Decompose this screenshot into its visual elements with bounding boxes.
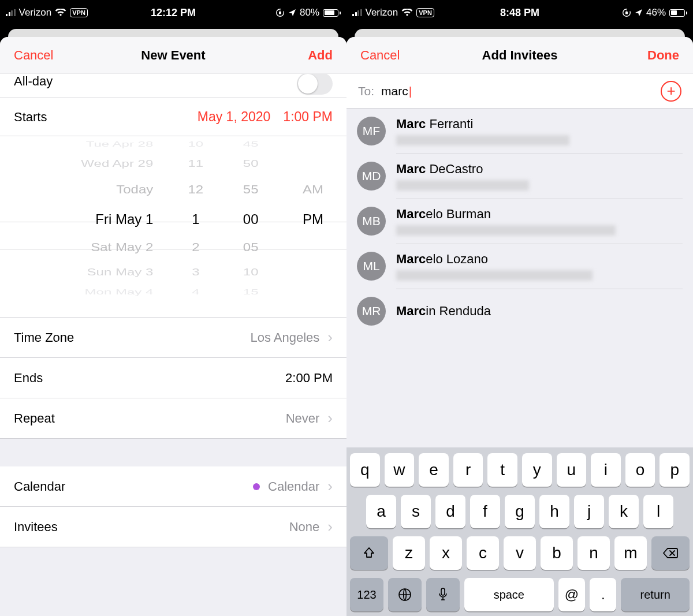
picker-ampm-column[interactable]: AM PM bbox=[280, 136, 346, 317]
key-j[interactable]: j bbox=[574, 495, 604, 528]
chevron-right-icon: › bbox=[327, 518, 333, 536]
svg-rect-3 bbox=[441, 588, 445, 595]
key-e[interactable]: e bbox=[419, 453, 449, 487]
chevron-right-icon: › bbox=[327, 409, 333, 427]
add-contact-icon[interactable]: + bbox=[661, 81, 681, 102]
key-f[interactable]: f bbox=[470, 495, 500, 528]
battery-icon bbox=[669, 9, 687, 17]
orientation-lock-icon bbox=[275, 8, 285, 17]
contact-row[interactable]: MF Marc Ferranti bbox=[346, 109, 693, 154]
datetime-picker[interactable]: Tue Apr 28 Wed Apr 29 Today Fri May 1 Sa… bbox=[0, 136, 346, 318]
key-h[interactable]: h bbox=[539, 495, 569, 528]
phone-left: Verizon VPN 12:12 PM 80% Cancel New E bbox=[0, 0, 346, 616]
key-shift[interactable] bbox=[350, 536, 388, 570]
key-i[interactable]: i bbox=[591, 453, 621, 487]
contact-row[interactable]: MB Marcelo Burman bbox=[346, 199, 693, 244]
vpn-badge: VPN bbox=[70, 8, 88, 17]
to-field-row[interactable]: To: marc| + bbox=[346, 74, 693, 109]
key-o[interactable]: o bbox=[625, 453, 655, 487]
wifi-icon bbox=[401, 9, 413, 17]
repeat-value: Never bbox=[286, 411, 320, 426]
ends-row[interactable]: Ends 2:00 PM bbox=[0, 358, 346, 398]
key-m[interactable]: m bbox=[614, 536, 647, 570]
key-w[interactable]: w bbox=[385, 453, 415, 487]
location-icon bbox=[288, 9, 296, 17]
calendar-color-dot bbox=[253, 483, 260, 490]
calendar-row[interactable]: Calendar Calendar› bbox=[0, 466, 346, 507]
key-g[interactable]: g bbox=[505, 495, 535, 528]
contact-name: Marcelo Burman bbox=[396, 207, 616, 222]
invitees-row[interactable]: Invitees None› bbox=[0, 507, 346, 547]
time-zone-value: Los Angeles bbox=[250, 330, 319, 345]
status-bar: Verizon VPN 12:12 PM 80% bbox=[0, 0, 346, 25]
modal-title: New Event bbox=[141, 48, 205, 63]
key-x[interactable]: x bbox=[430, 536, 462, 570]
ends-value: 2:00 PM bbox=[285, 371, 333, 386]
battery-percent: 80% bbox=[300, 7, 319, 18]
wifi-icon bbox=[55, 9, 66, 17]
key-backspace[interactable] bbox=[651, 536, 690, 570]
all-day-row[interactable]: All-day bbox=[0, 74, 346, 98]
starts-date: May 1, 2020 bbox=[198, 109, 271, 125]
key-return[interactable]: return bbox=[621, 578, 690, 611]
contact-name: Marc Ferranti bbox=[396, 117, 569, 132]
starts-time: 1:00 PM bbox=[283, 109, 333, 125]
contact-row[interactable]: ML Marcelo Lozano bbox=[346, 244, 693, 289]
key-space[interactable]: space bbox=[464, 578, 554, 611]
done-button[interactable]: Done bbox=[647, 48, 679, 63]
key-q[interactable]: q bbox=[350, 453, 380, 487]
add-button[interactable]: Add bbox=[308, 48, 333, 63]
key-d[interactable]: d bbox=[435, 495, 465, 528]
to-label: To: bbox=[358, 84, 374, 98]
starts-row[interactable]: Starts May 1, 2020 1:00 PM bbox=[0, 98, 346, 136]
key-b[interactable]: b bbox=[541, 536, 573, 570]
key-123[interactable]: 123 bbox=[350, 578, 383, 611]
key-s[interactable]: s bbox=[401, 495, 431, 528]
contact-email-redacted bbox=[396, 180, 529, 191]
key-t[interactable]: t bbox=[487, 453, 517, 487]
key-a[interactable]: a bbox=[366, 495, 396, 528]
all-day-toggle[interactable] bbox=[297, 74, 333, 95]
key-n[interactable]: n bbox=[578, 536, 610, 570]
contact-row[interactable]: MR Marcin Renduda bbox=[346, 289, 693, 328]
key-globe[interactable] bbox=[388, 578, 422, 611]
cancel-button[interactable]: Cancel bbox=[14, 48, 53, 63]
time-zone-row[interactable]: Time Zone Los Angeles› bbox=[0, 318, 346, 358]
avatar: ML bbox=[357, 252, 386, 281]
battery-icon bbox=[323, 9, 341, 17]
key-z[interactable]: z bbox=[393, 536, 425, 570]
repeat-label: Repeat bbox=[14, 411, 55, 426]
key-l[interactable]: l bbox=[643, 495, 673, 528]
avatar: MF bbox=[357, 117, 386, 145]
contact-name: Marc DeCastro bbox=[396, 162, 529, 177]
picker-hour-column[interactable]: 10 11 12 1 2 3 4 bbox=[169, 136, 222, 317]
key-c[interactable]: c bbox=[467, 536, 499, 570]
time-zone-label: Time Zone bbox=[14, 330, 74, 345]
key-at[interactable]: @ bbox=[558, 578, 585, 611]
contact-name: Marcelo Lozano bbox=[396, 252, 593, 267]
contact-name: Marcin Renduda bbox=[396, 304, 491, 319]
key-y[interactable]: y bbox=[522, 453, 552, 487]
key-v[interactable]: v bbox=[504, 536, 536, 570]
avatar: MR bbox=[357, 297, 386, 326]
key-p[interactable]: p bbox=[660, 453, 690, 487]
picker-minute-column[interactable]: 45 50 55 00 05 10 15 bbox=[222, 136, 279, 317]
all-day-label: All-day bbox=[14, 74, 53, 89]
key-dictation[interactable] bbox=[426, 578, 460, 611]
key-u[interactable]: u bbox=[557, 453, 587, 487]
to-input[interactable]: marc| bbox=[381, 84, 654, 98]
status-bar: Verizon VPN 8:48 PM 46% bbox=[346, 0, 693, 25]
signal-icon bbox=[6, 9, 16, 16]
key-dot[interactable]: . bbox=[590, 578, 616, 611]
repeat-row[interactable]: Repeat Never› bbox=[0, 398, 346, 439]
ends-label: Ends bbox=[14, 371, 43, 386]
carrier-label: Verizon bbox=[366, 7, 398, 18]
clock: 12:12 PM bbox=[151, 7, 196, 19]
picker-date-column[interactable]: Tue Apr 28 Wed Apr 29 Today Fri May 1 Sa… bbox=[0, 136, 169, 317]
key-r[interactable]: r bbox=[453, 453, 483, 487]
contact-row[interactable]: MD Marc DeCastro bbox=[346, 154, 693, 199]
keyboard[interactable]: q w e r t y u i o p a s d f g h bbox=[346, 447, 693, 616]
key-k[interactable]: k bbox=[609, 495, 639, 528]
cancel-button[interactable]: Cancel bbox=[360, 48, 400, 63]
add-invitees-sheet: Cancel Add Invitees Done To: marc| + MF … bbox=[346, 37, 693, 616]
